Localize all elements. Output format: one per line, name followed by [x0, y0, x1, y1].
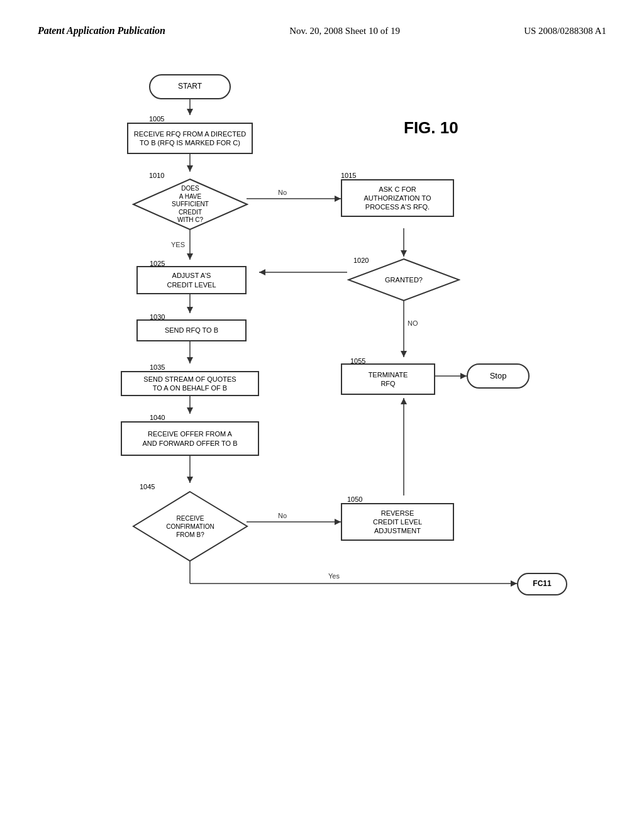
step-1045-label: 1045: [140, 483, 155, 490]
svg-marker-29: [401, 398, 407, 404]
node-1010-text: DOESA HAVESUFFICIENTCREDITWITH C?: [172, 185, 209, 224]
start-node: START: [149, 74, 231, 99]
node-1035-text: SEND STREAM OF QUOTES TO A ON BEHALF OF …: [143, 375, 236, 393]
node-1020-text: GRANTED?: [385, 276, 423, 284]
node-1005-text: RECEIVE RFQ FROM A DIRECTED TO B (RFQ IS…: [134, 130, 246, 148]
svg-marker-11: [401, 250, 407, 257]
node-1040: RECEIVE OFFER FROM A AND FORWARD OFFER T…: [121, 421, 259, 456]
node-1020: GRANTED?: [347, 258, 460, 302]
svg-marker-5: [187, 253, 193, 260]
node-1045-text: RECEIVECONFIRMATIONFROM B?: [166, 514, 214, 539]
svg-marker-20: [187, 357, 193, 363]
node-1050: REVERSE CREDIT LEVEL ADJUSTMENT: [341, 503, 454, 541]
node-1025-text: ADJUST A'S CREDIT LEVEL: [167, 271, 216, 289]
svg-marker-1: [187, 109, 193, 115]
node-1025: ADJUST A'S CREDIT LEVEL: [136, 266, 247, 294]
svg-text:YES: YES: [171, 241, 185, 248]
stop-label: Stop: [490, 371, 507, 382]
svg-marker-16: [259, 269, 265, 275]
svg-text:NO: NO: [408, 319, 418, 327]
patent-number-label: US 2008/0288308 A1: [524, 26, 606, 36]
node-1015-text: ASK C FOR AUTHORIZATION TO PROCESS A'S R…: [364, 185, 431, 212]
node-1040-text: RECEIVE OFFER FROM A AND FORWARD OFFER T…: [142, 429, 237, 448]
node-1010: DOESA HAVESUFFICIENTCREDITWITH C?: [132, 178, 248, 231]
start-label: START: [178, 82, 202, 92]
svg-marker-3: [187, 165, 193, 172]
node-1050-text: REVERSE CREDIT LEVEL ADJUSTMENT: [373, 509, 422, 536]
svg-marker-13: [401, 351, 407, 357]
svg-marker-31: [460, 373, 467, 379]
svg-marker-8: [335, 196, 341, 202]
fc11-label: FC11: [533, 579, 551, 589]
svg-marker-34: [511, 580, 517, 587]
date-sheet-label: Nov. 20, 2008 Sheet 10 of 19: [289, 26, 400, 36]
step-1050-label: 1050: [347, 495, 362, 503]
step-1040-label: 1040: [150, 414, 165, 421]
node-1035: SEND STREAM OF QUOTES TO A ON BEHALF OF …: [121, 371, 259, 396]
svg-text:No: No: [278, 512, 287, 519]
node-1030-text: SEND RFQ TO B: [165, 326, 218, 335]
publication-label: Patent Application Publication: [38, 25, 165, 36]
flowchart-arrows: YES No NO: [39, 43, 605, 785]
node-1005: RECEIVE RFQ FROM A DIRECTED TO B (RFQ IS…: [127, 123, 253, 154]
svg-text:Yes: Yes: [328, 572, 340, 580]
step-1035-label: 1035: [150, 363, 165, 371]
svg-text:No: No: [278, 189, 287, 196]
node-1055-text: TERMINATE RFQ: [369, 370, 408, 389]
step-1005-label: 1005: [149, 115, 164, 123]
svg-marker-18: [187, 307, 193, 313]
svg-marker-26: [335, 519, 341, 525]
stop-node: Stop: [467, 363, 530, 389]
page-header: Patent Application Publication Nov. 20, …: [38, 25, 606, 36]
step-1015-label: 1015: [341, 172, 356, 179]
node-1015: ASK C FOR AUTHORIZATION TO PROCESS A'S R…: [341, 179, 454, 217]
page: Patent Application Publication Nov. 20, …: [0, 0, 644, 830]
node-1045: RECEIVECONFIRMATIONFROM B?: [132, 490, 248, 563]
node-1055: TERMINATE RFQ: [341, 363, 435, 395]
fc11-node: FC11: [517, 573, 567, 595]
diagram-area: FIG. 10 YES No NO: [39, 43, 605, 785]
svg-marker-24: [187, 477, 193, 483]
svg-marker-22: [187, 407, 193, 414]
node-1030: SEND RFQ TO B: [136, 319, 247, 341]
fig-label: FIG. 10: [404, 118, 458, 138]
